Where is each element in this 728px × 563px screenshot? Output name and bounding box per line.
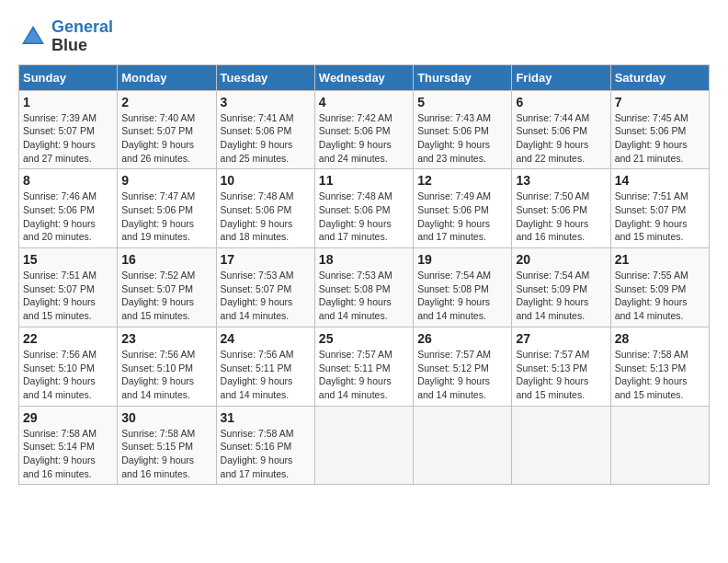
- logo-icon: [18, 22, 48, 52]
- day-info: Sunrise: 7:55 AM Sunset: 5:09 PM Dayligh…: [615, 269, 705, 323]
- day-number: 15: [23, 252, 113, 267]
- day-number: 12: [417, 173, 507, 188]
- day-info: Sunrise: 7:43 AM Sunset: 5:06 PM Dayligh…: [417, 111, 507, 166]
- column-header-sunday: Sunday: [19, 64, 118, 90]
- day-number: 28: [615, 331, 705, 346]
- day-number: 1: [23, 95, 113, 109]
- day-info: Sunrise: 7:41 AM Sunset: 5:06 PM Dayligh…: [221, 111, 311, 166]
- day-cell: [610, 406, 709, 485]
- day-cell: [512, 406, 610, 485]
- day-number: 27: [516, 331, 606, 346]
- day-cell: 12 Sunrise: 7:49 AM Sunset: 5:06 PM Dayl…: [414, 169, 512, 248]
- day-info: Sunrise: 7:50 AM Sunset: 5:06 PM Dayligh…: [516, 190, 606, 244]
- day-number: 11: [319, 173, 409, 188]
- day-cell: 7 Sunrise: 7:45 AM Sunset: 5:06 PM Dayli…: [610, 90, 709, 169]
- day-number: 8: [23, 173, 113, 188]
- week-row-5: 29 Sunrise: 7:58 AM Sunset: 5:14 PM Dayl…: [19, 406, 710, 485]
- day-cell: [314, 406, 413, 485]
- day-info: Sunrise: 7:52 AM Sunset: 5:07 PM Dayligh…: [121, 269, 211, 323]
- day-number: 26: [417, 331, 507, 346]
- column-header-wednesday: Wednesday: [314, 64, 413, 90]
- day-number: 2: [121, 95, 211, 109]
- day-cell: 31 Sunrise: 7:58 AM Sunset: 5:16 PM Dayl…: [216, 406, 314, 485]
- day-info: Sunrise: 7:51 AM Sunset: 5:07 PM Dayligh…: [23, 269, 113, 323]
- day-cell: 4 Sunrise: 7:42 AM Sunset: 5:06 PM Dayli…: [314, 90, 413, 169]
- day-cell: 1 Sunrise: 7:39 AM Sunset: 5:07 PM Dayli…: [19, 90, 118, 169]
- column-header-thursday: Thursday: [414, 64, 512, 90]
- day-info: Sunrise: 7:48 AM Sunset: 5:06 PM Dayligh…: [221, 190, 311, 244]
- day-info: Sunrise: 7:40 AM Sunset: 5:07 PM Dayligh…: [121, 111, 211, 166]
- day-cell: 30 Sunrise: 7:58 AM Sunset: 5:15 PM Dayl…: [118, 406, 216, 485]
- day-info: Sunrise: 7:44 AM Sunset: 5:06 PM Dayligh…: [516, 111, 606, 166]
- day-cell: 8 Sunrise: 7:46 AM Sunset: 5:06 PM Dayli…: [19, 169, 118, 248]
- column-header-tuesday: Tuesday: [216, 64, 314, 90]
- day-number: 13: [516, 173, 606, 188]
- column-header-friday: Friday: [512, 64, 610, 90]
- day-info: Sunrise: 7:53 AM Sunset: 5:08 PM Dayligh…: [319, 269, 409, 323]
- day-info: Sunrise: 7:54 AM Sunset: 5:08 PM Dayligh…: [417, 269, 507, 323]
- day-cell: 25 Sunrise: 7:57 AM Sunset: 5:11 PM Dayl…: [314, 327, 413, 406]
- day-cell: 17 Sunrise: 7:53 AM Sunset: 5:07 PM Dayl…: [216, 248, 314, 327]
- logo-text: General Blue: [51, 18, 113, 55]
- logo: General Blue: [18, 18, 113, 55]
- day-number: 23: [121, 331, 211, 346]
- day-number: 16: [121, 252, 211, 267]
- day-info: Sunrise: 7:58 AM Sunset: 5:15 PM Dayligh…: [121, 427, 211, 481]
- day-cell: [414, 406, 512, 485]
- day-number: 18: [319, 252, 409, 267]
- day-info: Sunrise: 7:56 AM Sunset: 5:10 PM Dayligh…: [121, 348, 211, 402]
- day-number: 24: [221, 331, 311, 346]
- day-info: Sunrise: 7:39 AM Sunset: 5:07 PM Dayligh…: [23, 111, 113, 166]
- day-info: Sunrise: 7:48 AM Sunset: 5:06 PM Dayligh…: [319, 190, 409, 244]
- day-info: Sunrise: 7:56 AM Sunset: 5:10 PM Dayligh…: [23, 348, 113, 402]
- day-cell: 10 Sunrise: 7:48 AM Sunset: 5:06 PM Dayl…: [216, 169, 314, 248]
- day-number: 19: [417, 252, 507, 267]
- day-info: Sunrise: 7:57 AM Sunset: 5:11 PM Dayligh…: [319, 348, 409, 402]
- day-cell: 23 Sunrise: 7:56 AM Sunset: 5:10 PM Dayl…: [118, 327, 216, 406]
- day-cell: 15 Sunrise: 7:51 AM Sunset: 5:07 PM Dayl…: [19, 248, 118, 327]
- day-cell: 16 Sunrise: 7:52 AM Sunset: 5:07 PM Dayl…: [118, 248, 216, 327]
- day-cell: 29 Sunrise: 7:58 AM Sunset: 5:14 PM Dayl…: [19, 406, 118, 485]
- day-number: 6: [516, 95, 606, 109]
- day-info: Sunrise: 7:57 AM Sunset: 5:12 PM Dayligh…: [417, 348, 507, 402]
- week-row-3: 15 Sunrise: 7:51 AM Sunset: 5:07 PM Dayl…: [19, 248, 710, 327]
- day-number: 10: [221, 173, 311, 188]
- day-number: 9: [121, 173, 211, 188]
- day-number: 20: [516, 252, 606, 267]
- day-cell: 19 Sunrise: 7:54 AM Sunset: 5:08 PM Dayl…: [414, 248, 512, 327]
- day-number: 25: [319, 331, 409, 346]
- week-row-4: 22 Sunrise: 7:56 AM Sunset: 5:10 PM Dayl…: [19, 327, 710, 406]
- day-info: Sunrise: 7:56 AM Sunset: 5:11 PM Dayligh…: [221, 348, 311, 402]
- day-number: 5: [417, 95, 507, 109]
- day-info: Sunrise: 7:58 AM Sunset: 5:14 PM Dayligh…: [23, 427, 113, 481]
- day-info: Sunrise: 7:57 AM Sunset: 5:13 PM Dayligh…: [516, 348, 606, 402]
- day-number: 22: [23, 331, 113, 346]
- day-cell: 21 Sunrise: 7:55 AM Sunset: 5:09 PM Dayl…: [610, 248, 709, 327]
- page-header: General Blue: [18, 18, 710, 55]
- day-number: 7: [615, 95, 705, 109]
- day-cell: 24 Sunrise: 7:56 AM Sunset: 5:11 PM Dayl…: [216, 327, 314, 406]
- day-cell: 3 Sunrise: 7:41 AM Sunset: 5:06 PM Dayli…: [216, 90, 314, 169]
- day-number: 31: [221, 410, 311, 425]
- calendar-table: SundayMondayTuesdayWednesdayThursdayFrid…: [18, 64, 710, 486]
- day-cell: 9 Sunrise: 7:47 AM Sunset: 5:06 PM Dayli…: [118, 169, 216, 248]
- day-number: 29: [23, 410, 113, 425]
- day-info: Sunrise: 7:53 AM Sunset: 5:07 PM Dayligh…: [221, 269, 311, 323]
- day-cell: 28 Sunrise: 7:58 AM Sunset: 5:13 PM Dayl…: [610, 327, 709, 406]
- day-number: 17: [221, 252, 311, 267]
- day-cell: 22 Sunrise: 7:56 AM Sunset: 5:10 PM Dayl…: [19, 327, 118, 406]
- header-row: SundayMondayTuesdayWednesdayThursdayFrid…: [19, 64, 710, 90]
- day-info: Sunrise: 7:54 AM Sunset: 5:09 PM Dayligh…: [516, 269, 606, 323]
- day-cell: 13 Sunrise: 7:50 AM Sunset: 5:06 PM Dayl…: [512, 169, 610, 248]
- day-info: Sunrise: 7:58 AM Sunset: 5:13 PM Dayligh…: [615, 348, 705, 402]
- day-number: 30: [121, 410, 211, 425]
- day-info: Sunrise: 7:42 AM Sunset: 5:06 PM Dayligh…: [319, 111, 409, 166]
- day-number: 3: [221, 95, 311, 109]
- day-info: Sunrise: 7:45 AM Sunset: 5:06 PM Dayligh…: [615, 111, 705, 166]
- day-cell: 11 Sunrise: 7:48 AM Sunset: 5:06 PM Dayl…: [314, 169, 413, 248]
- day-info: Sunrise: 7:58 AM Sunset: 5:16 PM Dayligh…: [221, 427, 311, 481]
- column-header-saturday: Saturday: [610, 64, 709, 90]
- day-cell: 5 Sunrise: 7:43 AM Sunset: 5:06 PM Dayli…: [414, 90, 512, 169]
- day-info: Sunrise: 7:47 AM Sunset: 5:06 PM Dayligh…: [121, 190, 211, 244]
- day-info: Sunrise: 7:49 AM Sunset: 5:06 PM Dayligh…: [417, 190, 507, 244]
